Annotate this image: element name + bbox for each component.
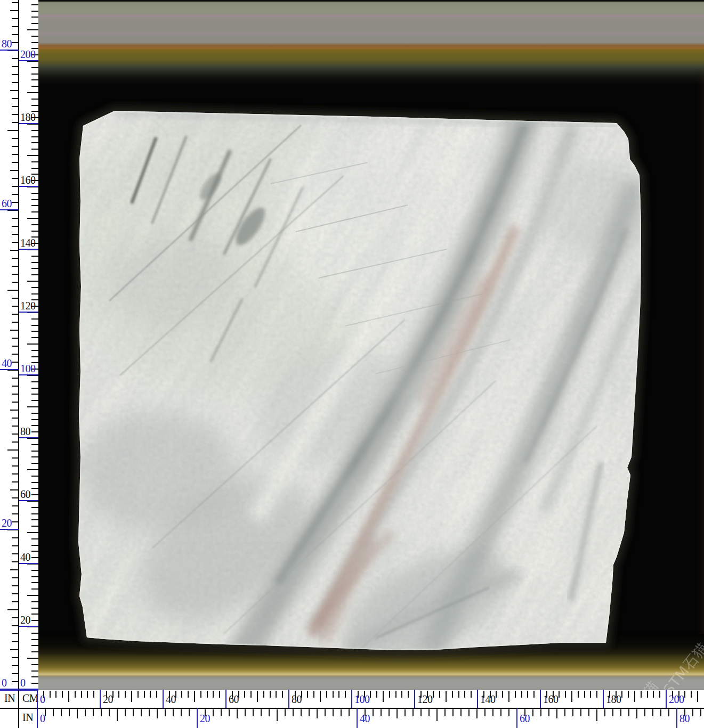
tick	[229, 709, 230, 716]
tick	[31, 482, 38, 483]
major-line	[197, 708, 198, 728]
tick	[383, 691, 384, 702]
tick	[117, 709, 118, 721]
tick	[401, 691, 402, 698]
tick	[628, 709, 629, 716]
tick	[213, 709, 214, 716]
tick	[452, 709, 454, 716]
major-line	[0, 369, 19, 370]
tick	[173, 709, 174, 716]
tick	[31, 608, 38, 609]
tick	[31, 86, 38, 87]
ruler-label-cm-100: 100	[20, 363, 36, 374]
tick	[68, 691, 69, 702]
tick	[31, 620, 38, 621]
left-ruler: 806040200200180160140120100806040200	[0, 0, 38, 690]
tick	[333, 709, 334, 716]
tick	[181, 691, 182, 698]
tick	[700, 709, 701, 716]
scanner-smear-right	[694, 69, 704, 634]
tick	[125, 709, 126, 716]
ruler-label-in-20: 20	[200, 713, 210, 724]
tick	[395, 691, 396, 698]
tick	[628, 691, 629, 698]
tick	[31, 388, 38, 389]
tick	[659, 691, 660, 698]
corner-unit-cm-vertical: CM	[22, 693, 38, 704]
tick	[282, 691, 283, 698]
tick	[27, 406, 38, 407]
tick	[604, 709, 605, 716]
major-line	[357, 708, 358, 728]
tick	[496, 691, 497, 698]
tick	[31, 451, 38, 452]
tick	[93, 691, 94, 698]
tick	[219, 691, 220, 698]
tick	[320, 691, 321, 702]
tick	[420, 709, 422, 716]
tick	[412, 709, 414, 716]
tick	[31, 23, 38, 24]
tick	[31, 601, 38, 602]
tick	[213, 691, 214, 698]
tick	[31, 149, 38, 150]
tick	[263, 691, 264, 698]
tick	[621, 691, 622, 698]
major-line	[19, 563, 38, 564]
tick	[31, 576, 38, 577]
tick	[404, 709, 406, 716]
tick	[502, 691, 503, 698]
major-line	[516, 708, 517, 728]
tick	[244, 691, 245, 698]
tick	[644, 709, 645, 716]
tick	[31, 36, 38, 37]
tick	[7, 449, 19, 451]
major-line	[540, 690, 541, 708]
tick	[10, 90, 19, 91]
major-line	[19, 60, 38, 61]
ruler-label-cm-120: 120	[417, 694, 433, 705]
major-line	[288, 690, 289, 708]
tick	[668, 709, 669, 716]
tick	[389, 709, 390, 716]
tick	[27, 29, 38, 30]
ruler-label-cm-60: 60	[20, 489, 30, 500]
tick	[527, 691, 528, 698]
tick	[31, 287, 38, 288]
tick	[307, 691, 308, 698]
tick	[269, 709, 270, 716]
major-line	[351, 690, 352, 708]
tick	[578, 691, 579, 698]
major-line	[163, 690, 164, 708]
tick	[27, 469, 38, 470]
scanner-smear-top	[0, 0, 704, 85]
tick	[476, 709, 478, 718]
tick	[444, 709, 446, 716]
tick	[277, 709, 278, 721]
tick	[221, 709, 222, 716]
tick	[588, 709, 589, 716]
tick	[31, 193, 38, 194]
tick	[548, 709, 549, 716]
tick	[31, 557, 38, 558]
tick	[620, 709, 621, 716]
tick	[207, 691, 208, 698]
tick	[31, 419, 38, 420]
corner-top-line	[0, 690, 38, 691]
ruler-label-in-60: 60	[520, 713, 530, 724]
tick	[237, 709, 238, 718]
tick	[691, 691, 692, 698]
ruler-label-in-40: 40	[2, 358, 12, 369]
tick	[559, 691, 560, 698]
major-line	[19, 123, 38, 124]
tick	[31, 381, 38, 382]
tick	[62, 691, 63, 698]
tick	[31, 639, 38, 640]
tick	[571, 691, 572, 702]
tick	[31, 570, 38, 571]
tick	[580, 709, 581, 716]
major-line	[19, 312, 38, 313]
tick	[468, 709, 470, 716]
tick	[653, 691, 654, 698]
tick	[31, 256, 38, 257]
